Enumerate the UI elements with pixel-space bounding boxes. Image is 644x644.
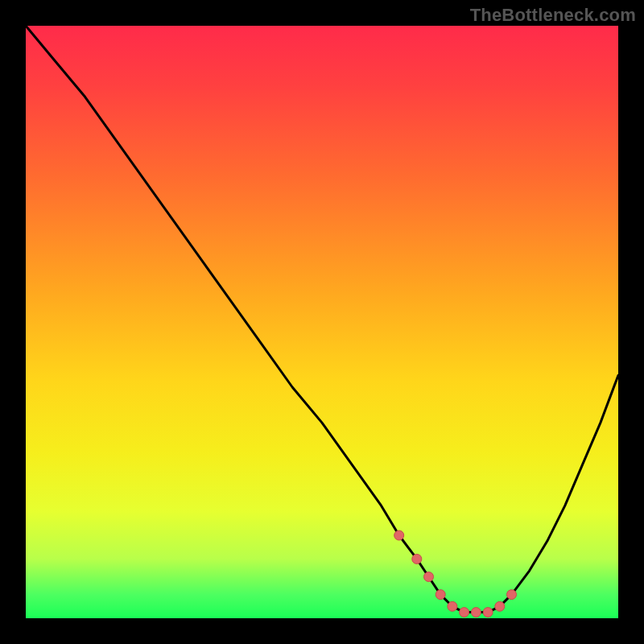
optimal-marker bbox=[495, 601, 505, 611]
optimal-marker bbox=[471, 608, 481, 617]
optimal-marker bbox=[448, 601, 457, 611]
chart-svg bbox=[0, 0, 644, 644]
chart-stage: TheBottleneck.com bbox=[0, 0, 644, 644]
optimal-marker bbox=[507, 590, 517, 600]
optimal-marker bbox=[424, 572, 434, 582]
bottleneck-curve bbox=[26, 26, 618, 613]
optimal-marker bbox=[394, 530, 404, 540]
optimal-marker bbox=[483, 608, 493, 617]
watermark-text: TheBottleneck.com bbox=[470, 5, 636, 26]
optimal-marker bbox=[412, 554, 422, 564]
optimal-marker bbox=[436, 590, 445, 600]
optimal-marker bbox=[460, 608, 469, 617]
